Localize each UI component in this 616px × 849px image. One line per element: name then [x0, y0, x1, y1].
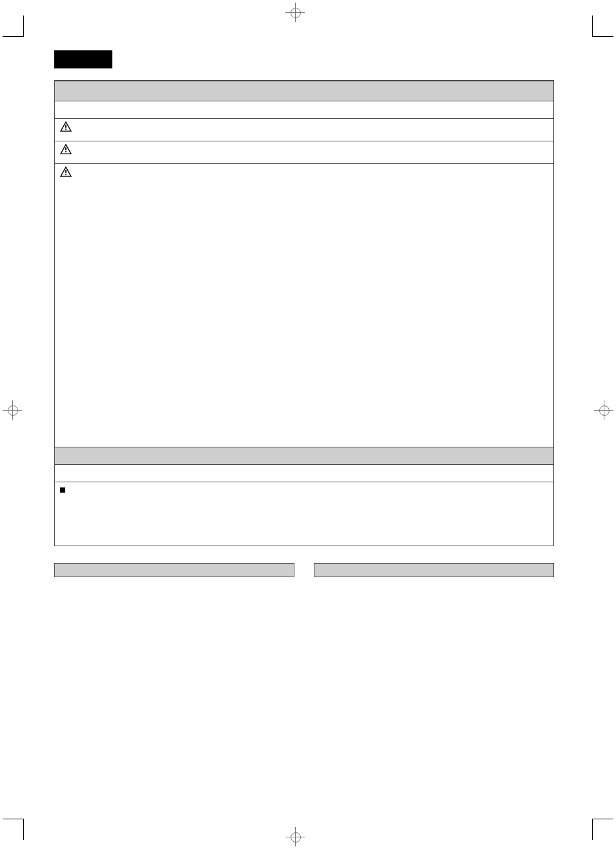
- crop-mark: [592, 15, 613, 37]
- footer-bars: [54, 563, 554, 577]
- warning-text: [78, 144, 548, 153]
- footer-bar-left: [54, 563, 294, 577]
- warning-icon: [60, 121, 73, 132]
- row-text: [60, 466, 548, 475]
- registration-mark: [285, 3, 305, 22]
- row-text: [60, 103, 548, 112]
- crop-mark: [592, 819, 613, 840]
- section-header: [55, 81, 553, 101]
- svg-rect-3: [65, 151, 67, 152]
- svg-rect-4: [65, 170, 67, 172]
- registration-mark: [594, 400, 613, 420]
- svg-rect-1: [65, 128, 67, 130]
- svg-rect-5: [65, 174, 67, 175]
- main-panel: [54, 80, 554, 546]
- warning-row: [55, 164, 553, 447]
- crop-mark: [3, 819, 24, 840]
- warning-row: [55, 141, 553, 164]
- warning-text: [78, 167, 548, 176]
- crop-mark: [3, 15, 24, 37]
- square-bullet-icon: [60, 487, 73, 493]
- warning-icon: [60, 167, 73, 177]
- print-page: [0, 0, 616, 849]
- table-row: [55, 465, 553, 482]
- table-row: [55, 101, 553, 119]
- footer-bar-right: [314, 563, 554, 577]
- bullet-text: [78, 485, 548, 494]
- warning-text: [78, 121, 548, 130]
- registration-mark: [3, 400, 22, 420]
- section-header: [55, 447, 553, 465]
- page-content: [54, 50, 554, 577]
- registration-mark: [285, 827, 305, 846]
- svg-rect-0: [65, 125, 67, 127]
- warning-row: [55, 119, 553, 141]
- svg-rect-2: [65, 147, 67, 150]
- bullet-row: [55, 482, 553, 546]
- warning-icon: [60, 144, 73, 154]
- section-tab: [54, 50, 112, 68]
